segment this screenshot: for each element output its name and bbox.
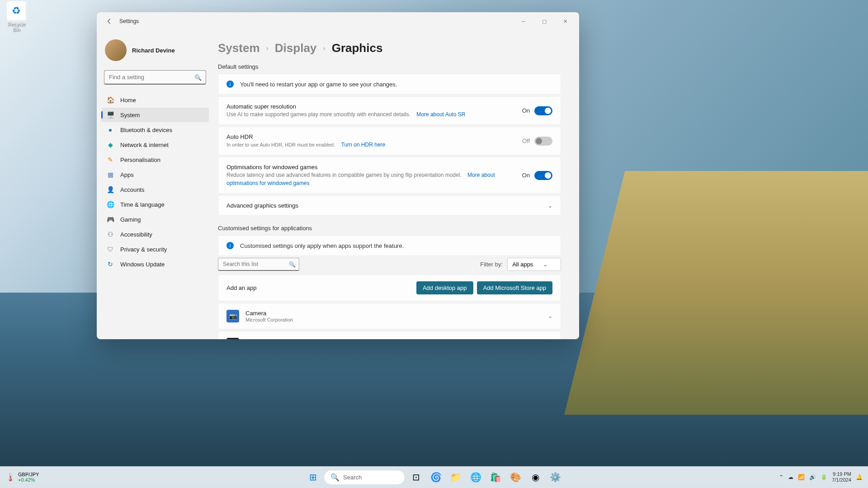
nav-icon: 🏠: [107, 96, 114, 104]
store-button[interactable]: 🛍️: [486, 468, 505, 486]
setting-desc: Use AI to make supported games play more…: [226, 111, 410, 118]
notifications-icon[interactable]: 🔔: [856, 474, 863, 480]
breadcrumb-display[interactable]: Display: [275, 41, 317, 55]
section-default-settings: Default settings: [218, 63, 561, 70]
user-profile[interactable]: Richard Devine: [101, 30, 209, 70]
arrow-left-icon: [106, 18, 113, 24]
app-row[interactable]: 📷 Camera Microsoft Corporation ⌄: [218, 303, 561, 329]
start-button[interactable]: ⊞: [304, 468, 322, 486]
chevron-right-icon: ›: [323, 44, 325, 52]
recycle-bin[interactable]: ♻ Recycle Bin: [4, 1, 29, 32]
nav-item-privacy-security[interactable]: 🛡Privacy & security: [101, 242, 209, 256]
steam-button[interactable]: ◉: [526, 468, 544, 486]
nav-label: Apps: [120, 171, 134, 178]
nav-item-home[interactable]: 🏠Home: [101, 93, 209, 107]
nav-item-accounts[interactable]: 👤Accounts: [101, 182, 209, 197]
filter-dropdown[interactable]: All apps ⌄: [507, 258, 561, 271]
add-desktop-app-button[interactable]: Add desktop app: [416, 281, 473, 294]
battery-icon[interactable]: 🔋: [821, 474, 827, 480]
toggle-state: On: [522, 107, 530, 114]
auto-sr-toggle[interactable]: [534, 106, 552, 115]
advanced-title: Advanced graphics settings: [226, 202, 542, 209]
toggle-state: On: [522, 172, 530, 179]
search-input[interactable]: [104, 70, 206, 85]
chevron-down-icon: ⌄: [548, 203, 552, 209]
nav-label: Bluetooth & devices: [120, 127, 172, 133]
settings-button[interactable]: ⚙️: [546, 468, 564, 486]
nav-item-system[interactable]: 🖥️System: [101, 108, 209, 122]
window-titlebar: Settings ─ ▢ ✕: [97, 12, 579, 30]
clock[interactable]: 9:19 PM 7/1/2024: [832, 471, 851, 483]
app-name: Camera: [245, 310, 542, 317]
nav-label: Windows Update: [120, 261, 165, 268]
filter-by-label: Filter by:: [480, 261, 503, 268]
nav-item-apps[interactable]: ▦Apps: [101, 167, 209, 182]
nav-label: Personalisation: [120, 156, 160, 163]
nav-item-time-language[interactable]: 🌐Time & language: [101, 197, 209, 212]
auto-hdr-toggle[interactable]: [534, 137, 552, 146]
maximize-button[interactable]: ▢: [534, 14, 555, 28]
sidebar: Richard Devine 🔍 🏠Home🖥️System●Bluetooth…: [97, 30, 213, 339]
volume-icon[interactable]: 🔊: [809, 474, 816, 480]
add-store-app-button[interactable]: Add Microsoft Store app: [477, 281, 552, 294]
app-name: Control_DX11: [245, 338, 542, 339]
finance-icon: 🌡️: [5, 472, 15, 482]
info-restart-text: You'll need to restart your app or game …: [240, 81, 397, 88]
nav-icon: 🛡: [107, 246, 114, 253]
chevron-down-icon: ⌄: [548, 313, 552, 319]
nav-item-network-internet[interactable]: ◆Network & internet: [101, 137, 209, 152]
nav-label: Accessibility: [120, 231, 152, 238]
user-name: Richard Devine: [132, 47, 175, 54]
avatar: [105, 39, 127, 61]
search-icon: 🔍: [330, 473, 340, 482]
widget-finance[interactable]: 🌡️ GBP/JPY +0.42%: [5, 472, 39, 483]
search-list-input[interactable]: [218, 258, 299, 271]
nav-label: Gaming: [120, 216, 141, 223]
setting-desc: Reduce latency and use advanced features…: [226, 172, 462, 178]
app-desc: Microsoft Corporation: [245, 317, 542, 322]
info-restart-card: i You'll need to restart your app or gam…: [218, 74, 561, 95]
minimize-button[interactable]: ─: [513, 14, 534, 28]
nav-item-accessibility[interactable]: ⚇Accessibility: [101, 227, 209, 242]
task-view-button[interactable]: ⊡: [407, 468, 425, 486]
setting-title: Automatic super resolution: [226, 103, 516, 110]
setting-auto-hdr[interactable]: Auto HDR In order to use Auto HDR, HDR m…: [218, 127, 561, 155]
copilot-button[interactable]: 🌀: [427, 468, 445, 486]
wifi-icon[interactable]: 📶: [798, 474, 805, 480]
nav-item-windows-update[interactable]: ↻Windows Update: [101, 257, 209, 271]
edge-button[interactable]: 🌐: [467, 468, 485, 486]
breadcrumb-system[interactable]: System: [218, 41, 260, 55]
add-app-label: Add an app: [226, 284, 257, 291]
app-icon[interactable]: 🎨: [506, 468, 524, 486]
nav-item-gaming[interactable]: 🎮Gaming: [101, 212, 209, 227]
breadcrumb-graphics: Graphics: [332, 41, 383, 55]
onedrive-icon[interactable]: ☁: [788, 474, 793, 480]
app-row[interactable]: ▼ Control_DX11 C:\Program Files (x86)\St…: [218, 331, 561, 339]
main-content: System › Display › Graphics Default sett…: [213, 30, 579, 339]
hdr-link[interactable]: Turn on HDR here: [341, 142, 386, 148]
search-icon: 🔍: [289, 261, 296, 268]
auto-sr-link[interactable]: More about Auto SR: [416, 111, 465, 118]
recycle-bin-label: Recycle Bin: [4, 21, 29, 32]
setting-windowed-games[interactable]: Optimisations for windowed games Reduce …: [218, 157, 561, 194]
find-setting-search[interactable]: 🔍: [104, 70, 206, 85]
breadcrumb: System › Display › Graphics: [218, 41, 561, 55]
tray-chevron-icon[interactable]: ⌃: [779, 474, 783, 480]
toggle-state: Off: [522, 137, 530, 144]
taskbar-search[interactable]: 🔍 Search: [324, 470, 405, 485]
app-icon: ▼: [226, 338, 239, 339]
nav-item-bluetooth-devices[interactable]: ●Bluetooth & devices: [101, 123, 209, 137]
explorer-button[interactable]: 📁: [447, 468, 465, 486]
search-app-list[interactable]: 🔍: [218, 258, 299, 271]
back-button[interactable]: [100, 12, 118, 30]
setting-auto-sr[interactable]: Automatic super resolution Use AI to mak…: [218, 96, 561, 125]
section-customised: Customised settings for applications: [218, 225, 561, 232]
nav-icon: ●: [107, 126, 114, 133]
windowed-toggle[interactable]: [534, 171, 552, 180]
nav-item-personalisation[interactable]: ✎Personalisation: [101, 152, 209, 167]
close-button[interactable]: ✕: [555, 14, 576, 28]
nav-label: Home: [120, 97, 136, 104]
advanced-graphics-expander[interactable]: Advanced graphics settings ⌄: [218, 195, 561, 216]
time: 9:19 PM: [832, 471, 851, 477]
date: 7/1/2024: [832, 477, 851, 483]
